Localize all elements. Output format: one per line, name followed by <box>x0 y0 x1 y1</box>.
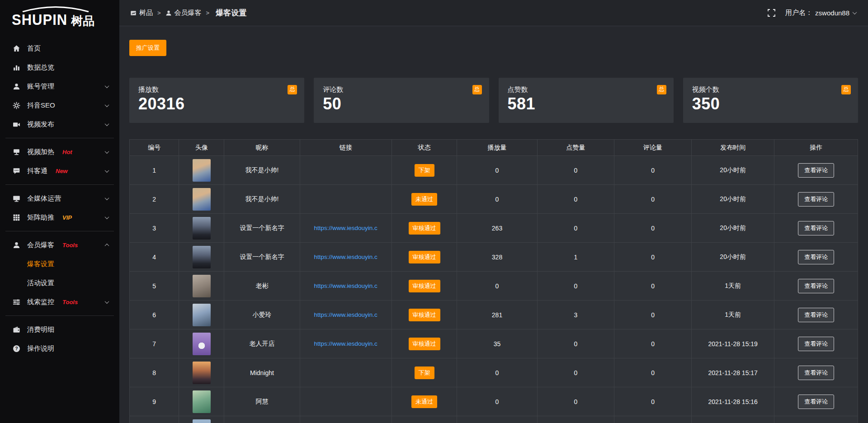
username-value: zswodun88 <box>815 9 849 17</box>
cell-nickname: Midnight <box>224 358 300 387</box>
cell-id: 3 <box>130 214 179 242</box>
cell-plays: 35 <box>457 329 537 358</box>
stat-label: 视频个数 <box>692 85 849 94</box>
cell-time: 20小时前 <box>692 156 775 184</box>
status-badge: 审核通过 <box>409 338 440 350</box>
sidebar-item-3[interactable]: 账号管理 <box>0 77 119 96</box>
sidebar-item-5[interactable]: 视频发布 <box>0 115 119 134</box>
breadcrumb-item[interactable]: 会员爆客 <box>165 9 202 17</box>
view-comments-button[interactable]: 查看评论 <box>798 192 834 207</box>
question-icon: ? <box>13 345 20 352</box>
view-comments-button[interactable]: 查看评论 <box>798 221 834 235</box>
video-link[interactable]: https://www.iesdouyin.c <box>314 282 377 289</box>
cell-status: 下架 <box>392 156 458 184</box>
user-dropdown[interactable]: 用户名：zswodun88 <box>785 9 856 17</box>
view-comments-button[interactable]: 查看评论 <box>798 250 834 264</box>
cell-status: 未通过 <box>392 387 458 416</box>
view-comments-button[interactable]: 查看评论 <box>798 366 834 380</box>
cell-plays: 0 <box>457 387 537 416</box>
video-link[interactable]: https://www.iesdouyin.c <box>314 340 377 347</box>
sidebar-item-13[interactable]: ?操作说明 <box>0 339 119 358</box>
cell-link: https://www.iesdouyin.c <box>300 301 392 329</box>
app-logo: SHUPIN 树品 <box>0 0 119 32</box>
sidebar-item-label: 全媒体运营 <box>27 194 61 203</box>
view-comments-button[interactable]: 查看评论 <box>798 163 834 178</box>
cell-nickname: 老人开店 <box>224 329 300 358</box>
cell-action: 查看评论 <box>774 358 858 387</box>
sidebar-item-6[interactable]: 视频加热Hot <box>0 142 119 161</box>
sidebar-item-9[interactable]: 矩阵助推VIP <box>0 208 119 227</box>
view-comments-button[interactable]: 查看评论 <box>798 279 834 293</box>
total-badge: 总 <box>657 85 666 94</box>
cell-comments: 0 <box>614 387 692 416</box>
promo-settings-button[interactable]: 推广设置 <box>129 40 166 56</box>
cell-link: https://www.iesdouyin.c <box>300 243 392 271</box>
sidebar-item-2[interactable]: 数据总览 <box>0 58 119 77</box>
cell-action: 查看评论 <box>774 387 858 416</box>
breadcrumb-item[interactable]: 树品 <box>130 9 153 17</box>
sidebar-item-label: 操作说明 <box>27 344 54 353</box>
sidebar-item-4[interactable]: 抖音SEO <box>0 96 119 115</box>
cell-link <box>300 416 392 423</box>
cell-plays: 0 <box>457 272 537 300</box>
table-row: 3设置一个新名字https://www.iesdouyin.c审核通过26300… <box>130 214 858 243</box>
cell-likes: 0 <box>538 272 615 300</box>
cell-likes: 1 <box>538 243 615 271</box>
chevron-up-icon <box>105 243 109 248</box>
sidebar-item-8[interactable]: 全媒体运营 <box>0 189 119 208</box>
view-comments-button[interactable]: 查看评论 <box>798 337 834 351</box>
chevron-down-icon <box>105 103 109 107</box>
cell-link: https://www.iesdouyin.c <box>300 214 392 242</box>
sidebar-item-10[interactable]: 会员爆客Tools <box>0 235 119 254</box>
wallet-icon <box>13 326 20 334</box>
avatar <box>193 390 211 413</box>
chevron-down-icon <box>105 215 109 219</box>
cell-nickname: 设置一个新名字 <box>224 214 300 242</box>
content: 推广设置 播放数20316总评论数50总点赞数581总视频个数350总 编号头像… <box>119 26 868 423</box>
cell-nickname: 我不是小帅! <box>224 185 300 213</box>
sidebar-item-7[interactable]: 抖客通New <box>0 161 119 180</box>
cell-time: 2021-11-28 15:19 <box>692 329 775 358</box>
stat-value: 581 <box>508 94 665 113</box>
cell-plays: 328 <box>457 243 537 271</box>
sidebar-item-1[interactable]: 首页 <box>0 39 119 58</box>
logo-text-cn: 树品 <box>71 13 94 29</box>
table-row: 10 <box>130 416 858 423</box>
fullscreen-icon[interactable] <box>768 9 775 17</box>
cell-status: 审核通过 <box>392 214 458 242</box>
video-link[interactable]: https://www.iesdouyin.c <box>314 225 377 231</box>
sidebar-subitem[interactable]: 活动设置 <box>0 273 119 292</box>
avatar <box>193 304 211 326</box>
breadcrumb-label: 会员爆客 <box>175 9 202 17</box>
sidebar-subitem[interactable]: 爆客设置 <box>0 254 119 273</box>
cell-likes: 3 <box>538 301 615 329</box>
chart-icon <box>13 64 20 71</box>
sidebar-item-12[interactable]: 消费明细 <box>0 320 119 339</box>
video-link[interactable]: https://www.iesdouyin.c <box>314 311 377 318</box>
main-area: 树品>会员爆客>爆客设置 用户名：zswodun88 推广设置 播放数20316… <box>119 0 868 423</box>
sidebar-item-badge: Tools <box>62 242 78 249</box>
sidebar-item-11[interactable]: 线索监控Tools <box>0 292 119 311</box>
member-icon <box>165 10 172 16</box>
cell-nickname: 我不是小帅! <box>224 156 300 184</box>
table-row: 1我不是小帅!下架00020小时前查看评论 <box>130 156 858 185</box>
cell-avatar <box>179 329 224 358</box>
cell-action: 查看评论 <box>774 156 858 184</box>
cell-status: 审核通过 <box>392 301 458 329</box>
chevron-down-icon <box>105 168 109 173</box>
avatar <box>193 333 211 355</box>
video-link[interactable]: https://www.iesdouyin.c <box>314 254 377 260</box>
view-comments-button[interactable]: 查看评论 <box>798 308 834 322</box>
cell-time: 20小时前 <box>692 214 775 242</box>
cell-avatar <box>179 358 224 387</box>
cell-action: 查看评论 <box>774 301 858 329</box>
avatar <box>193 246 211 268</box>
cell-id: 7 <box>130 329 179 358</box>
total-badge: 总 <box>288 85 297 94</box>
view-comments-button[interactable]: 查看评论 <box>798 395 834 409</box>
videos-table: 编号头像昵称链接状态播放量点赞量评论量发布时间操作 1我不是小帅!下架00020… <box>129 139 858 423</box>
column-header: 评论量 <box>614 140 692 155</box>
cell-id: 6 <box>130 301 179 329</box>
sidebar-item-label: 线索监控 <box>27 298 54 306</box>
cell-nickname: 设置一个新名字 <box>224 243 300 271</box>
